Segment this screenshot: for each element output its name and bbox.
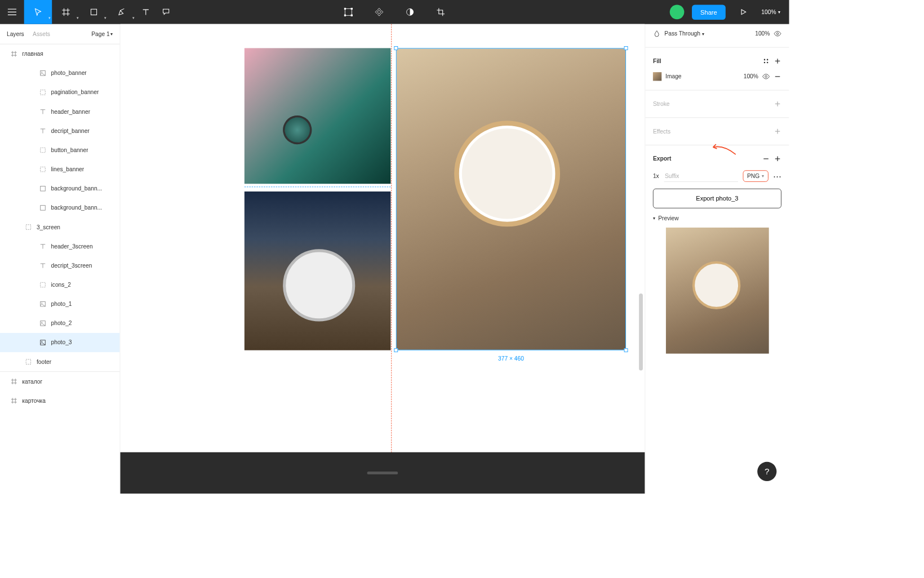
visibility-icon[interactable] [762, 73, 770, 81]
frame-row[interactable]: главная [0, 45, 120, 64]
frame-row[interactable]: карточка [0, 391, 120, 410]
svg-rect-3 [351, 8, 353, 10]
svg-rect-4 [344, 15, 346, 16]
zoom-dropdown[interactable]: 100%▾ [761, 8, 780, 15]
design-panel: Pass Through ▾ 100% Fill Image 100% [645, 24, 789, 494]
edit-object-icon[interactable] [338, 0, 358, 24]
crop-icon[interactable] [430, 0, 451, 24]
fill-swatch[interactable] [653, 72, 661, 81]
rect-icon [39, 185, 46, 192]
export-button[interactable]: Export photo_3 [653, 189, 781, 208]
svg-rect-11 [41, 167, 46, 172]
layer-row[interactable]: header_banner [0, 102, 120, 121]
svg-point-24 [764, 59, 766, 61]
comment-tool[interactable] [156, 0, 176, 24]
layer-row[interactable]: background_bann... [0, 198, 120, 217]
svg-point-19 [41, 322, 42, 323]
blend-mode-dropdown[interactable]: Pass Through ▾ [664, 30, 704, 37]
add-stroke-icon[interactable] [774, 100, 781, 108]
layer-row[interactable]: photo_1 [0, 295, 120, 314]
tab-layers[interactable]: Layers [7, 30, 24, 37]
layer-row[interactable]: button_banner [0, 140, 120, 159]
blend-icon [653, 30, 661, 38]
add-export-icon[interactable] [774, 155, 781, 163]
top-toolbar: ▾ ▾ ▾ ▾ Share 100%▾ [0, 0, 789, 24]
resize-handle[interactable] [624, 46, 628, 50]
remove-export-icon[interactable] [762, 155, 770, 163]
image-icon [39, 339, 46, 346]
main-menu-button[interactable] [0, 0, 24, 24]
svg-point-17 [41, 303, 42, 304]
group-icon [25, 358, 32, 365]
layer-row[interactable]: pagination_banner [0, 83, 120, 102]
export-format-dropdown[interactable]: PNG▾ [743, 170, 768, 181]
stroke-header: Stroke [653, 100, 670, 107]
add-effect-icon[interactable] [774, 127, 781, 135]
svg-point-28 [765, 75, 767, 77]
fill-header: Fill [653, 57, 661, 64]
layer-row[interactable]: background_bann... [0, 179, 120, 198]
svg-rect-15 [41, 282, 46, 287]
shape-tool[interactable]: ▾ [80, 0, 108, 24]
opacity-value[interactable]: 100% [755, 30, 770, 37]
components-icon[interactable] [369, 0, 389, 24]
frame-icon [11, 397, 17, 404]
svg-rect-1 [345, 8, 352, 15]
help-button[interactable]: ? [757, 462, 776, 481]
resize-handle[interactable] [394, 46, 398, 50]
present-button[interactable] [734, 0, 754, 24]
frame-row[interactable]: каталог [0, 372, 120, 391]
group-row[interactable]: 3_screen [0, 217, 120, 237]
user-avatar[interactable] [669, 5, 684, 20]
effects-header: Effects [653, 128, 670, 135]
canvas-selection[interactable] [396, 48, 626, 350]
layer-row[interactable]: icons_2 [0, 275, 120, 294]
styles-icon[interactable] [762, 57, 770, 65]
text-tool[interactable] [136, 0, 156, 24]
mask-icon[interactable] [400, 0, 420, 24]
svg-point-8 [41, 72, 42, 73]
export-scale-input[interactable]: 1x [653, 173, 659, 180]
frame-icon [39, 146, 46, 153]
preview-toggle[interactable]: ▾ Preview [653, 215, 781, 222]
svg-rect-10 [41, 148, 46, 153]
frame-tool[interactable]: ▾ [52, 0, 80, 24]
layer-row[interactable]: photo_banner [0, 64, 120, 83]
text-icon [39, 127, 46, 134]
resize-handle[interactable] [624, 348, 628, 352]
export-suffix-input[interactable] [664, 171, 738, 182]
canvas-image-photo-1[interactable] [245, 48, 391, 184]
visibility-icon[interactable] [774, 30, 781, 38]
layer-row[interactable]: decript_3screen [0, 256, 120, 275]
frame-icon [11, 51, 17, 57]
page-dropdown[interactable]: Page 1▾ [91, 30, 113, 37]
share-button[interactable]: Share [692, 5, 726, 19]
layer-row[interactable]: header_3screen [0, 237, 120, 256]
group-row[interactable]: footer [0, 352, 120, 371]
fill-type-label: Image [665, 73, 681, 80]
canvas-image-photo-2[interactable] [245, 192, 391, 350]
move-tool[interactable]: ▾ [24, 0, 52, 24]
tab-assets[interactable]: Assets [33, 30, 50, 37]
layer-row-selected[interactable]: photo_3 [0, 333, 120, 352]
text-icon [39, 108, 46, 115]
svg-rect-12 [41, 186, 46, 191]
layers-panel: Layers Assets Page 1▾ главная photo_bann… [0, 24, 121, 494]
svg-point-26 [764, 62, 766, 64]
add-fill-icon[interactable] [774, 57, 781, 65]
bottom-handle[interactable] [367, 472, 398, 474]
canvas[interactable]: 377 × 460 [121, 24, 645, 494]
layer-row[interactable]: lines_banner [0, 160, 120, 179]
guide-line [391, 24, 392, 494]
image-icon [39, 320, 46, 327]
svg-rect-0 [91, 9, 96, 15]
resize-handle[interactable] [394, 348, 398, 352]
layer-row[interactable]: photo_2 [0, 314, 120, 333]
pen-tool[interactable]: ▾ [108, 0, 136, 24]
text-icon [39, 262, 46, 269]
remove-fill-icon[interactable] [774, 73, 781, 81]
layer-row[interactable]: decript_banner [0, 121, 120, 140]
fill-opacity[interactable]: 100% [744, 73, 758, 80]
canvas-scrollbar[interactable] [639, 294, 643, 371]
group-icon [25, 224, 32, 230]
